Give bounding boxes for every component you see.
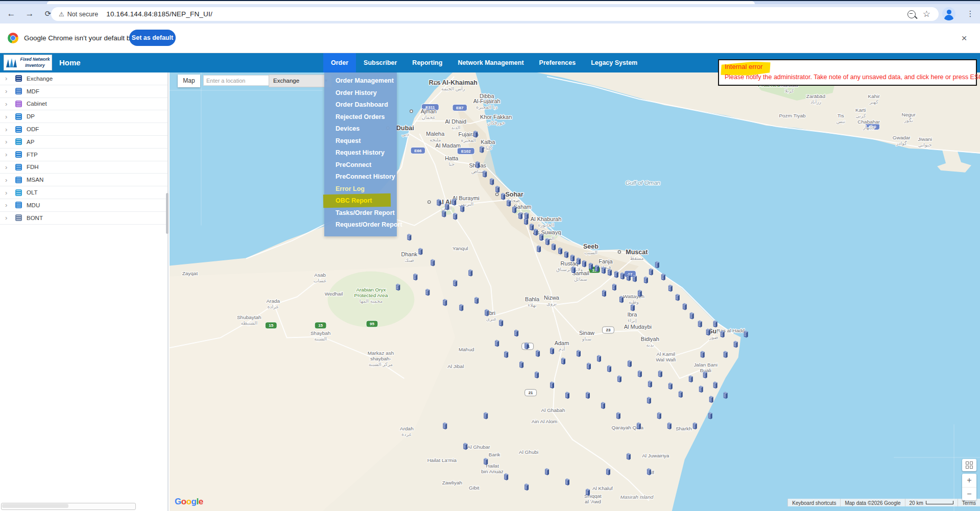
- sidebar-horizontal-scrollbar[interactable]: [1, 503, 136, 510]
- forward-icon[interactable]: →: [22, 4, 37, 23]
- building-marker[interactable]: [431, 259, 435, 266]
- map-canvas[interactable]: E311E87E66E1021515951517213123N10 Dubaiد…: [170, 72, 980, 511]
- address-bar[interactable]: ⚠ Not secure 10.164.144.84:8185/NEP_FN_U…: [51, 7, 939, 21]
- building-marker[interactable]: [693, 422, 697, 429]
- building-marker[interactable]: [661, 274, 665, 281]
- page-zoom-icon[interactable]: [907, 10, 916, 18]
- menu-item-order-management[interactable]: Order Management: [324, 75, 397, 87]
- building-marker[interactable]: [586, 392, 590, 399]
- building-marker[interactable]: [545, 468, 549, 475]
- building-marker[interactable]: [627, 453, 631, 460]
- building-marker[interactable]: [484, 458, 488, 465]
- building-marker[interactable]: [459, 304, 463, 311]
- building-marker[interactable]: [453, 280, 457, 287]
- building-marker[interactable]: [442, 210, 446, 217]
- building-marker[interactable]: [638, 290, 642, 297]
- building-marker[interactable]: [616, 412, 620, 419]
- building-marker[interactable]: [514, 329, 518, 336]
- building-marker[interactable]: [627, 274, 631, 281]
- google-logo[interactable]: Google: [175, 497, 203, 507]
- building-marker[interactable]: [561, 357, 565, 364]
- building-marker[interactable]: [518, 212, 522, 220]
- building-marker[interactable]: [396, 284, 400, 291]
- building-marker[interactable]: [453, 213, 457, 220]
- building-marker[interactable]: [582, 260, 586, 267]
- building-marker[interactable]: [608, 269, 612, 276]
- nav-item-preferences[interactable]: Preferences: [532, 53, 584, 72]
- nav-item-network-management[interactable]: Network Management: [450, 53, 531, 72]
- building-marker[interactable]: [647, 397, 651, 404]
- building-marker[interactable]: [668, 382, 673, 390]
- building-marker[interactable]: [564, 251, 568, 258]
- building-marker[interactable]: [619, 296, 624, 303]
- building-marker[interactable]: [475, 161, 480, 168]
- building-marker[interactable]: [689, 375, 693, 382]
- banner-close-icon[interactable]: ×: [956, 23, 972, 53]
- sidebar-item-exchange[interactable]: ›Exchange: [0, 72, 168, 85]
- building-marker[interactable]: [698, 320, 702, 327]
- back-icon[interactable]: ←: [4, 4, 18, 23]
- sidebar-item-msan[interactable]: ›MSAN: [0, 174, 168, 186]
- sidebar-item-ap[interactable]: ›AP: [0, 136, 168, 149]
- building-marker[interactable]: [519, 361, 523, 368]
- scale-control[interactable]: 20 km: [905, 499, 958, 506]
- building-marker[interactable]: [530, 224, 534, 231]
- building-marker[interactable]: [744, 330, 748, 337]
- expand-chevron-icon[interactable]: ›: [5, 214, 12, 221]
- menu-item-preconnect-history[interactable]: PreConnect History: [324, 171, 397, 183]
- map-data-link[interactable]: Map data ©2026 Google: [840, 499, 904, 506]
- building-marker[interactable]: [407, 234, 411, 241]
- building-marker[interactable]: [657, 412, 661, 419]
- menu-item-tasks-order-report[interactable]: Tasks/Order Report: [324, 207, 397, 220]
- building-marker[interactable]: [577, 350, 581, 357]
- bookmark-star-icon[interactable]: ☆: [923, 11, 930, 18]
- menu-item-request[interactable]: Request: [324, 135, 397, 148]
- browser-menu-icon[interactable]: ⋮: [964, 4, 976, 23]
- building-marker[interactable]: [606, 468, 610, 475]
- building-marker[interactable]: [577, 258, 581, 265]
- building-marker[interactable]: [460, 205, 464, 212]
- building-marker[interactable]: [552, 244, 556, 251]
- building-marker[interactable]: [644, 277, 648, 284]
- building-marker[interactable]: [499, 319, 503, 326]
- building-marker[interactable]: [679, 391, 683, 398]
- menu-item-order-history[interactable]: Order History: [324, 87, 397, 100]
- building-marker[interactable]: [589, 263, 593, 270]
- building-marker[interactable]: [413, 274, 417, 281]
- building-marker[interactable]: [587, 362, 591, 370]
- building-marker[interactable]: [713, 320, 718, 327]
- building-marker[interactable]: [571, 266, 576, 274]
- building-marker[interactable]: [565, 478, 569, 485]
- building-marker[interactable]: [445, 203, 449, 210]
- building-marker[interactable]: [690, 312, 694, 319]
- building-marker[interactable]: [620, 273, 625, 280]
- sidebar-item-odf[interactable]: ›ODF: [0, 123, 168, 136]
- menu-item-preconnect[interactable]: PreConnect: [324, 159, 397, 172]
- building-marker[interactable]: [452, 199, 456, 206]
- sidebar-vertical-scrollbar[interactable]: [166, 193, 169, 234]
- building-marker[interactable]: [468, 270, 472, 277]
- building-marker[interactable]: [724, 351, 728, 358]
- menu-item-devices[interactable]: Devices: [324, 123, 397, 135]
- menu-item-request-order-report[interactable]: Request/Order Report: [324, 219, 397, 231]
- expand-chevron-icon[interactable]: ›: [5, 101, 12, 107]
- building-marker[interactable]: [550, 347, 554, 354]
- building-marker[interactable]: [495, 186, 499, 193]
- nav-item-legacy-system[interactable]: Legacy System: [583, 53, 645, 72]
- building-marker[interactable]: [437, 199, 441, 206]
- building-marker[interactable]: [586, 489, 590, 496]
- building-marker[interactable]: [534, 229, 538, 236]
- building-marker[interactable]: [637, 422, 641, 429]
- url-text[interactable]: 10.164.144.84:8185/NEP_FN_UI/: [106, 10, 212, 18]
- sidebar-item-olt[interactable]: ›OLT: [0, 186, 168, 199]
- building-marker[interactable]: [647, 468, 651, 475]
- zoom-in-button[interactable]: +: [962, 474, 976, 488]
- building-marker[interactable]: [524, 342, 529, 349]
- building-marker[interactable]: [607, 365, 611, 372]
- nav-item-subscriber[interactable]: Subscriber: [356, 53, 404, 72]
- sidebar-item-mdf[interactable]: ›MDF: [0, 85, 168, 98]
- building-marker[interactable]: [504, 351, 508, 358]
- building-marker[interactable]: [545, 238, 549, 246]
- sidebar-item-dp[interactable]: ›DP: [0, 110, 168, 123]
- building-marker[interactable]: [480, 146, 484, 153]
